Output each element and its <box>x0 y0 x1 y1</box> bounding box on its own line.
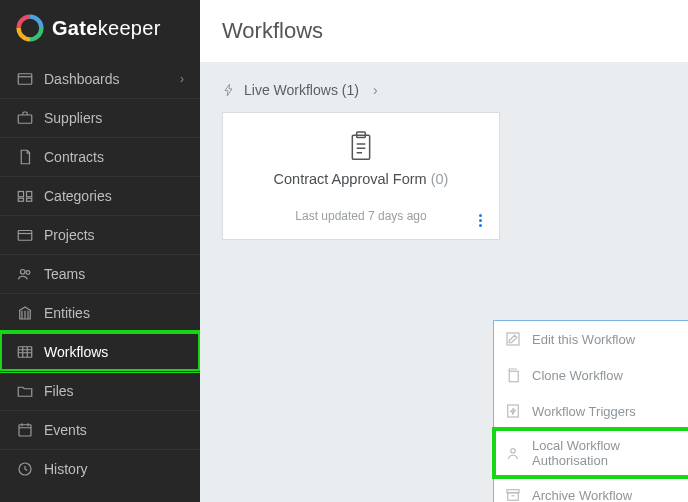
svg-point-8 <box>26 271 30 275</box>
svg-rect-2 <box>18 192 23 197</box>
menu-item-label: Clone Workflow <box>532 368 623 383</box>
sidebar-item-label: Suppliers <box>44 110 102 126</box>
sidebar-item-label: Entities <box>44 305 90 321</box>
menu-item-edit-workflow[interactable]: Edit this Workflow <box>494 321 688 357</box>
workflow-card[interactable]: Contract Approval Form (0) Last updated … <box>222 112 500 240</box>
card-menu-button[interactable] <box>473 213 487 227</box>
workflow-card-title: Contract Approval Form (0) <box>241 171 481 187</box>
tags-icon <box>16 187 34 205</box>
menu-item-local-workflow-authorisation[interactable]: Local Workflow Authorisation <box>494 429 688 477</box>
svg-rect-6 <box>18 231 32 241</box>
workflows-icon <box>16 343 34 361</box>
briefcase-icon <box>16 109 34 127</box>
sidebar-item-entities[interactable]: Entities <box>0 293 200 332</box>
section-header[interactable]: Live Workflows (1) › <box>222 80 666 112</box>
users-icon <box>16 265 34 283</box>
folder-icon <box>16 382 34 400</box>
menu-item-label: Edit this Workflow <box>532 332 635 347</box>
menu-item-workflow-triggers[interactable]: Workflow Triggers <box>494 393 688 429</box>
sidebar-item-projects[interactable]: Projects <box>0 215 200 254</box>
menu-item-clone-workflow[interactable]: Clone Workflow <box>494 357 688 393</box>
svg-rect-17 <box>508 405 519 417</box>
menu-item-archive-workflow[interactable]: Archive Workflow <box>494 477 688 502</box>
svg-rect-10 <box>19 425 31 436</box>
calendar-icon <box>16 421 34 439</box>
dashboard-icon <box>16 70 34 88</box>
archive-icon <box>504 486 522 502</box>
svg-point-7 <box>21 270 26 275</box>
sidebar-item-label: History <box>44 461 88 477</box>
svg-rect-4 <box>18 198 23 201</box>
brand-logo-icon <box>16 14 44 42</box>
svg-rect-9 <box>18 347 32 358</box>
menu-item-label: Local Workflow Authorisation <box>532 438 688 468</box>
clipboard-icon <box>348 131 374 161</box>
sidebar-item-label: Projects <box>44 227 95 243</box>
projects-icon <box>16 226 34 244</box>
main: Workflows Live Workflows (1) › <box>200 0 688 502</box>
document-icon <box>16 148 34 166</box>
sidebar-item-categories[interactable]: Categories <box>0 176 200 215</box>
sidebar-nav: Dashboards › Suppliers Contracts Categor… <box>0 60 200 488</box>
sidebar-item-label: Events <box>44 422 87 438</box>
sidebar-item-label: Dashboards <box>44 71 120 87</box>
sidebar-item-label: Teams <box>44 266 85 282</box>
sidebar-item-contracts[interactable]: Contracts <box>0 137 200 176</box>
menu-item-label: Workflow Triggers <box>532 404 636 419</box>
workflow-card-subtitle: Last updated 7 days ago <box>241 209 481 223</box>
sidebar-item-teams[interactable]: Teams <box>0 254 200 293</box>
edit-icon <box>504 330 522 348</box>
sidebar-item-label: Workflows <box>44 344 108 360</box>
sidebar-item-label: Contracts <box>44 149 104 165</box>
bolt-icon <box>222 83 236 97</box>
svg-rect-12 <box>352 135 369 159</box>
svg-rect-20 <box>508 493 519 501</box>
bolt-icon <box>504 402 522 420</box>
svg-point-18 <box>511 449 516 454</box>
sidebar-item-workflows[interactable]: Workflows <box>0 332 200 371</box>
section-label: Live Workflows (1) <box>244 82 359 98</box>
page-title: Workflows <box>200 0 688 62</box>
sidebar-item-history[interactable]: History <box>0 449 200 488</box>
history-icon <box>16 460 34 478</box>
sidebar-item-files[interactable]: Files <box>0 371 200 410</box>
svg-rect-0 <box>18 74 32 85</box>
content: Live Workflows (1) › Contract Approval F… <box>200 62 688 258</box>
sidebar-item-label: Files <box>44 383 74 399</box>
building-icon <box>16 304 34 322</box>
menu-item-label: Archive Workflow <box>532 488 632 503</box>
sidebar-item-dashboards[interactable]: Dashboards › <box>0 60 200 98</box>
sidebar-item-label: Categories <box>44 188 112 204</box>
svg-rect-3 <box>27 192 32 197</box>
sidebar-item-events[interactable]: Events <box>0 410 200 449</box>
chevron-right-icon: › <box>180 72 184 86</box>
sidebar-item-suppliers[interactable]: Suppliers <box>0 98 200 137</box>
copy-icon <box>504 366 522 384</box>
card-context-menu: Edit this Workflow Clone Workflow Workfl… <box>493 320 688 502</box>
brand: Gatekeeper <box>0 0 200 60</box>
sidebar: Gatekeeper Dashboards › Suppliers Contra… <box>0 0 200 502</box>
svg-rect-5 <box>27 198 32 201</box>
user-icon <box>504 444 522 462</box>
svg-rect-16 <box>509 371 518 382</box>
brand-name: Gatekeeper <box>52 17 161 40</box>
chevron-right-icon: › <box>373 82 378 98</box>
svg-rect-1 <box>18 115 32 123</box>
